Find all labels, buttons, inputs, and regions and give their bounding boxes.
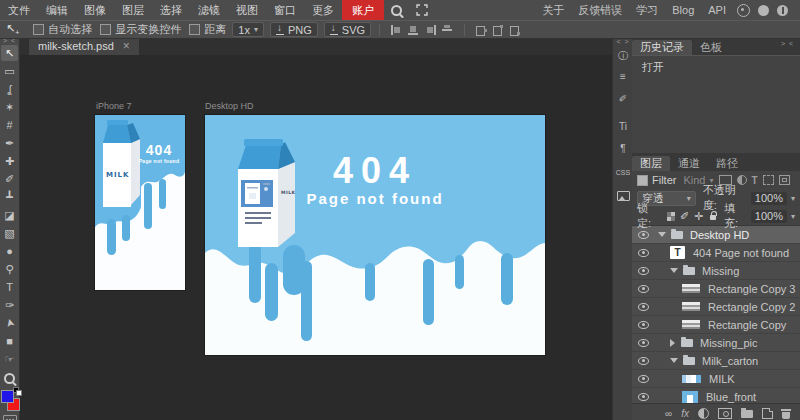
canvas-area[interactable]: iPhone 7 MILK <box>19 55 612 420</box>
menu-window[interactable]: 窗口 <box>266 0 304 20</box>
visibility-toggle[interactable] <box>638 339 658 347</box>
quick-mask-icon[interactable] <box>3 415 17 420</box>
visibility-toggle[interactable] <box>638 393 658 401</box>
visibility-toggle[interactable] <box>638 357 658 365</box>
menu-account[interactable]: 账户 <box>342 0 384 20</box>
link-api[interactable]: API <box>701 0 733 20</box>
visibility-toggle[interactable] <box>638 231 658 239</box>
panel-collapse-icon[interactable]: > < <box>781 40 794 47</box>
distribute-left-icon[interactable] <box>476 25 487 35</box>
align-bottom-icon[interactable] <box>408 25 419 35</box>
history-entry-open[interactable]: 打开 <box>632 56 800 75</box>
menu-view[interactable]: 视图 <box>228 0 266 20</box>
hand-tool[interactable]: ☞ <box>1 351 18 367</box>
delete-layer-button[interactable] <box>782 412 790 419</box>
default-colors-icon[interactable] <box>16 390 22 396</box>
blur-tool[interactable]: ● <box>1 243 18 259</box>
layer-row-desktop-hd[interactable]: Desktop HD <box>632 226 800 244</box>
tab-swatches[interactable]: 色板 <box>692 40 730 55</box>
layer-row-milk-carton[interactable]: Milk_carton <box>632 352 800 370</box>
shape-tool[interactable]: ■ <box>1 333 18 349</box>
css-panel-icon[interactable]: CSS <box>613 169 633 176</box>
lock-move-icon[interactable]: ✛ <box>694 210 703 223</box>
layer-row-missing[interactable]: Missing <box>632 262 800 280</box>
opacity-value[interactable]: 100% <box>751 192 787 205</box>
tab-channels[interactable]: 通道 <box>670 156 708 171</box>
layer-row-rectangle-copy[interactable]: Rectangle Copy <box>632 316 800 334</box>
expand-group-icon[interactable] <box>670 339 675 347</box>
dodge-tool[interactable]: ⚲ <box>1 261 18 277</box>
menu-edit[interactable]: 编辑 <box>38 0 76 20</box>
chevron-down-icon[interactable]: ▾ <box>791 194 795 203</box>
link-feedback[interactable]: 反馈错误 <box>571 0 629 20</box>
visibility-toggle[interactable] <box>638 303 658 311</box>
artboard-label-iphone[interactable]: iPhone 7 <box>96 101 132 111</box>
artboard-desktop[interactable]: MILK 404 Page not found <box>205 115 545 355</box>
auto-select-checkbox[interactable] <box>33 24 44 35</box>
filter-image-icon[interactable] <box>719 175 732 185</box>
distribute-center-icon[interactable] <box>493 25 504 35</box>
chevron-down-icon[interactable]: ▾ <box>791 212 795 221</box>
new-group-button[interactable] <box>741 410 753 418</box>
facebook-icon[interactable] <box>777 5 788 16</box>
link-about[interactable]: 关于 <box>535 0 571 20</box>
visibility-toggle[interactable] <box>638 321 658 329</box>
show-transform-checkbox[interactable] <box>100 24 111 35</box>
filter-adjustment-icon[interactable] <box>737 175 747 185</box>
visibility-toggle[interactable] <box>638 375 658 383</box>
link-blog[interactable]: Blog <box>665 0 701 20</box>
marquee-tool[interactable]: ▭ <box>1 63 18 79</box>
distribute-right-icon[interactable] <box>510 25 521 35</box>
filter-checkbox[interactable] <box>637 175 648 186</box>
visibility-toggle[interactable] <box>638 267 658 275</box>
zoom-tool[interactable] <box>1 369 18 385</box>
filter-type-icon[interactable]: T <box>752 175 758 186</box>
new-layer-button[interactable] <box>762 408 773 419</box>
document-tab[interactable]: milk-sketch.psd × <box>29 37 139 55</box>
layer-row-rectangle-copy-2[interactable]: Rectangle Copy 2 <box>632 298 800 316</box>
tab-paths[interactable]: 路径 <box>708 156 746 171</box>
close-icon[interactable]: × <box>123 39 130 53</box>
add-adjustment-button[interactable] <box>698 408 709 419</box>
distances-checkbox[interactable] <box>189 24 200 35</box>
lock-all-icon[interactable] <box>710 215 716 220</box>
info-panel-icon[interactable]: ⓘ <box>613 49 633 63</box>
collapse-group-icon[interactable] <box>670 268 678 273</box>
export-svg-button[interactable]: SVG <box>324 22 371 37</box>
fullscreen-icon[interactable] <box>416 4 428 16</box>
paragraph-panel-icon[interactable]: ¶ <box>613 143 633 154</box>
crop-tool[interactable]: # <box>1 117 18 133</box>
tab-history[interactable]: 历史记录 <box>632 40 692 55</box>
gradient-tool[interactable]: ▧ <box>1 225 18 241</box>
add-mask-button[interactable] <box>718 408 732 419</box>
menu-layer[interactable]: 图层 <box>114 0 152 20</box>
layer-row-milk[interactable]: MILK <box>632 370 800 388</box>
eyedropper-tool[interactable]: ✒ <box>1 135 18 151</box>
clone-stamp-tool[interactable]: ┻ <box>1 189 18 205</box>
layer-effects-button[interactable]: fx <box>681 408 689 419</box>
brush-tool[interactable]: ✐ <box>1 171 18 187</box>
healing-brush-tool[interactable]: ✚ <box>1 153 18 169</box>
twitter-icon[interactable] <box>758 5 769 16</box>
foreground-color-swatch[interactable] <box>1 390 14 403</box>
filter-shape-icon[interactable] <box>763 175 774 185</box>
collapse-group-icon[interactable] <box>670 358 678 363</box>
move-tool[interactable]: ↖ <box>1 45 18 61</box>
menu-image[interactable]: 图像 <box>76 0 114 20</box>
align-middle-icon[interactable] <box>442 25 453 35</box>
tab-layers[interactable]: 图层 <box>632 156 670 171</box>
pen-tool[interactable]: ✑ <box>1 297 18 313</box>
lock-transparency-icon[interactable] <box>667 212 675 221</box>
artboard-label-desktop[interactable]: Desktop HD <box>205 101 254 111</box>
search-icon[interactable] <box>391 5 402 16</box>
magic-wand-tool[interactable]: ✶ <box>1 99 18 115</box>
reddit-icon[interactable] <box>737 4 750 17</box>
export-png-button[interactable]: PNG <box>270 22 318 37</box>
artboard-iphone[interactable]: MILK 404 Page not found <box>95 115 185 290</box>
type-tool[interactable]: T <box>1 279 18 295</box>
eraser-tool[interactable]: ◪ <box>1 207 18 223</box>
fill-value[interactable]: 100% <box>751 210 787 223</box>
character-panel-icon[interactable]: Ti <box>613 121 633 132</box>
menu-select[interactable]: 选择 <box>152 0 190 20</box>
menu-filter[interactable]: 滤镜 <box>190 0 228 20</box>
